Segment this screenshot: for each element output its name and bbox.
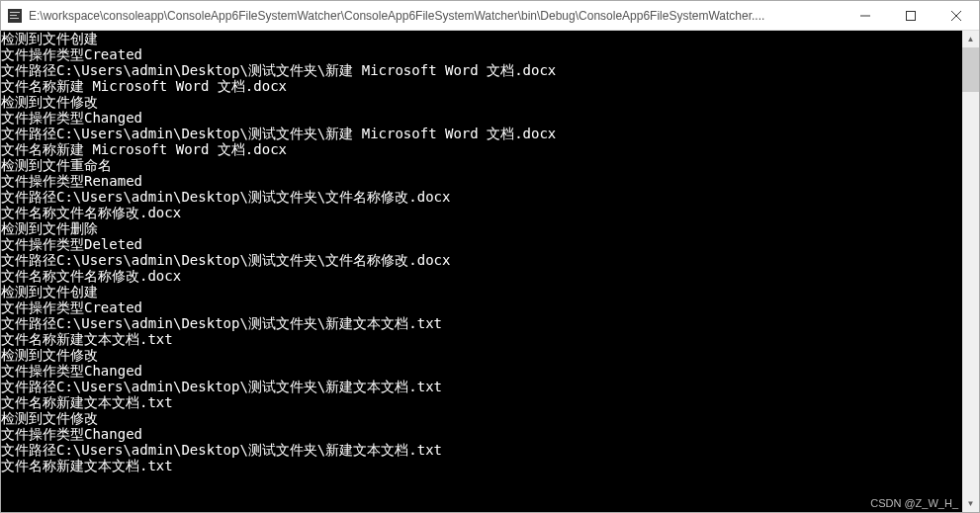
close-button[interactable]: [934, 1, 979, 30]
console-line: 检测到文件创建: [1, 31, 962, 46]
console-line: 文件名称文件名称修改.docx: [1, 268, 962, 284]
svg-rect-3: [10, 18, 19, 19]
console-line: 文件路径C:\Users\admin\Desktop\测试文件夹\新建 Micr…: [1, 62, 962, 78]
console-line: 文件操作类型Deleted: [1, 236, 962, 252]
window-title: E:\workspace\consoleapp\ConsoleApp6FileS…: [29, 9, 843, 23]
titlebar: E:\workspace\consoleapp\ConsoleApp6FileS…: [1, 1, 979, 31]
console-line: 检测到文件创建: [1, 284, 962, 299]
maximize-button[interactable]: [888, 1, 934, 30]
console-line: 文件名称新建 Microsoft Word 文档.docx: [1, 78, 962, 94]
console-line: 文件操作类型Changed: [1, 426, 962, 442]
scroll-up-button[interactable]: ▲: [962, 31, 979, 47]
console-line: 文件名称新建 Microsoft Word 文档.docx: [1, 141, 962, 157]
console-line: 检测到文件重命名: [1, 157, 962, 173]
app-icon: [7, 8, 23, 24]
svg-rect-1: [10, 12, 20, 13]
svg-rect-5: [907, 11, 916, 20]
console-line: 检测到文件修改: [1, 347, 962, 363]
console-line: 文件名称新建文本文档.txt: [1, 458, 962, 473]
console-line: 文件路径C:\Users\admin\Desktop\测试文件夹\新建文本文档.…: [1, 315, 962, 331]
console-line: 文件操作类型Created: [1, 299, 962, 315]
console-line: 文件路径C:\Users\admin\Desktop\测试文件夹\新建文本文档.…: [1, 442, 962, 458]
scroll-track[interactable]: [962, 47, 979, 495]
console-line: 文件路径C:\Users\admin\Desktop\测试文件夹\文件名称修改.…: [1, 252, 962, 268]
scroll-down-button[interactable]: ▼: [962, 495, 979, 512]
minimize-button[interactable]: [843, 1, 888, 30]
console-output[interactable]: 检测到文件创建文件操作类型Created文件路径C:\Users\admin\D…: [1, 31, 962, 512]
svg-rect-2: [10, 15, 17, 16]
vertical-scrollbar[interactable]: ▲ ▼: [962, 31, 979, 512]
console-line: 文件路径C:\Users\admin\Desktop\测试文件夹\文件名称修改.…: [1, 189, 962, 205]
window-controls: [843, 1, 979, 30]
console-line: 文件操作类型Renamed: [1, 173, 962, 189]
console-line: 文件操作类型Changed: [1, 363, 962, 379]
console-window: E:\workspace\consoleapp\ConsoleApp6FileS…: [0, 0, 980, 513]
console-line: 文件名称新建文本文档.txt: [1, 331, 962, 347]
console-line: 检测到文件修改: [1, 410, 962, 426]
console-line: 检测到文件修改: [1, 94, 962, 110]
console-line: 检测到文件删除: [1, 220, 962, 236]
console-line: 文件名称新建文本文档.txt: [1, 394, 962, 410]
console-line: 文件路径C:\Users\admin\Desktop\测试文件夹\新建文本文档.…: [1, 379, 962, 394]
console-line: 文件操作类型Created: [1, 46, 962, 62]
console-line: 文件路径C:\Users\admin\Desktop\测试文件夹\新建 Micr…: [1, 126, 962, 141]
console-line: 文件名称文件名称修改.docx: [1, 205, 962, 220]
console-line: 文件操作类型Changed: [1, 110, 962, 126]
scroll-thumb[interactable]: [962, 47, 979, 92]
console-area: 检测到文件创建文件操作类型Created文件路径C:\Users\admin\D…: [1, 31, 979, 512]
